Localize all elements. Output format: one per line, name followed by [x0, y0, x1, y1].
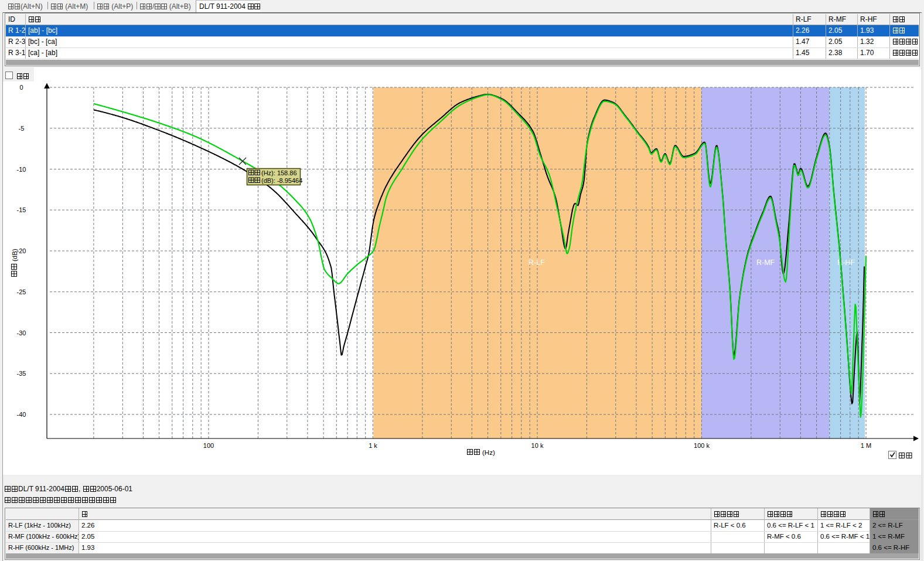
svg-text:-35: -35 — [17, 370, 26, 377]
svg-text:R-LF: R-LF — [529, 259, 545, 267]
svg-text:100: 100 — [203, 442, 214, 449]
svg-text:-10: -10 — [17, 166, 26, 173]
svg-text:-5: -5 — [19, 125, 25, 132]
svg-text:-25: -25 — [17, 288, 26, 295]
svg-text:0: 0 — [19, 84, 23, 91]
svg-text:100 k: 100 k — [694, 442, 710, 449]
svg-text:-15: -15 — [17, 206, 26, 213]
svg-text:(Hz): (Hz) — [482, 449, 495, 456]
svg-text:1 k: 1 k — [369, 442, 377, 449]
svg-text:(Hz): 158.86: (Hz): 158.86 — [261, 169, 297, 176]
svg-text:10 k: 10 k — [531, 442, 544, 449]
svg-text:-40: -40 — [17, 411, 26, 418]
svg-text:(dB): (dB) — [11, 249, 18, 261]
svg-text:-30: -30 — [17, 329, 26, 336]
svg-text:R-MF: R-MF — [756, 259, 775, 267]
svg-text:(dB): -8.95464: (dB): -8.95464 — [261, 177, 302, 184]
svg-text:1 M: 1 M — [861, 442, 871, 449]
